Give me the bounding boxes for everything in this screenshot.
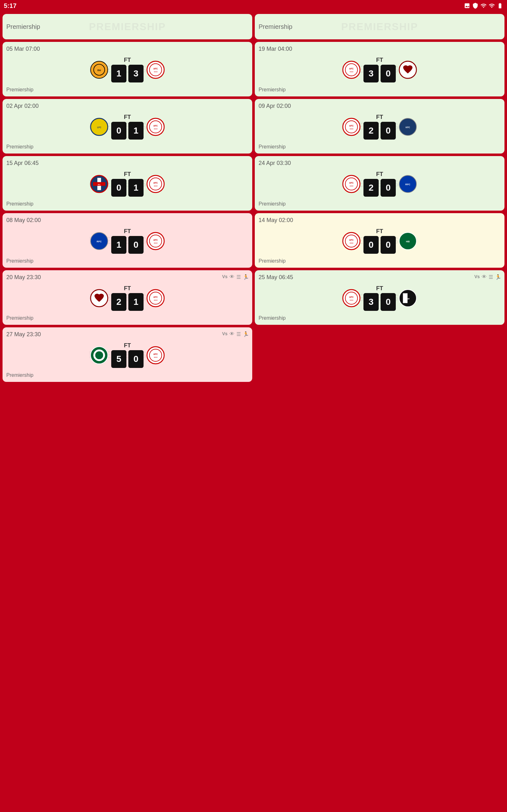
header-watermark-right: PREMIERSHIP xyxy=(341,21,418,33)
score-section: FT 1 0 xyxy=(111,228,144,254)
match-card-match7[interactable]: PREMIERSHIP 08 May 02:00 RFC FT 1 0 AFC★… xyxy=(3,213,252,268)
match-row: RFC FT 1 0 AFC★★★ xyxy=(6,225,248,256)
match-league: Premiership xyxy=(6,144,248,150)
match-card-match2[interactable]: PREMIERSHIP 19 Mar 04:00 AFC★★★ FT 3 0 P… xyxy=(255,42,504,96)
away-team-logo: HIB xyxy=(398,232,417,251)
list-icon[interactable]: ☰ xyxy=(236,274,241,280)
run-icon[interactable]: 🏃 xyxy=(243,274,249,280)
header-left: PREMIERSHIP Premiership xyxy=(3,14,252,39)
match-league: Premiership xyxy=(6,87,248,93)
ft-label: FT xyxy=(124,342,131,349)
match-card-match10[interactable]: PREMIERSHIP 25 May 06:45 Vs 👁 ☰ 🏃 AFC★★★… xyxy=(255,270,504,325)
svg-text:AFC: AFC xyxy=(349,67,354,70)
match-row: AFC★★★ FT 3 0 xyxy=(259,54,501,85)
svg-text:HIB: HIB xyxy=(406,241,410,243)
match-actions-match10[interactable]: Vs 👁 ☰ 🏃 xyxy=(474,274,501,280)
vs-label[interactable]: Vs xyxy=(222,331,228,337)
home-team-logo: AFC★★★ xyxy=(342,117,361,136)
away-team-logo: AFC★★★ xyxy=(146,174,165,194)
home-score: 2 xyxy=(363,122,379,140)
match-card-match3[interactable]: PREMIERSHIP 02 Apr 02:00 LFC FT 0 1 AFC★… xyxy=(3,99,252,154)
home-team-logo: DU xyxy=(90,60,109,79)
eye-icon[interactable]: 👁 xyxy=(229,274,234,280)
svg-point-67 xyxy=(94,354,95,356)
header-left-label: Premiership xyxy=(6,23,40,31)
match-row: AFC★★★ FT 3 0 SMF xyxy=(259,283,501,313)
match-league: Premiership xyxy=(259,87,501,93)
match-card-match11[interactable]: PREMIERSHIP 27 May 23:30 Vs 👁 ☰ 🏃 FT 5 0… xyxy=(3,327,252,382)
home-team-logo: RFC xyxy=(90,232,109,251)
svg-point-64 xyxy=(97,353,101,357)
match-date: 05 Mar 07:00 xyxy=(6,46,248,52)
scores: 1 3 xyxy=(111,65,144,83)
list-icon[interactable]: ☰ xyxy=(489,274,493,280)
match-actions-match9[interactable]: Vs 👁 ☰ 🏃 xyxy=(222,274,249,280)
scores: 0 1 xyxy=(111,122,144,140)
match-card-match6[interactable]: PREMIERSHIP 24 Apr 03:30 AFC★★★ FT 2 0 R… xyxy=(255,156,504,211)
header-right-label: Premiership xyxy=(259,23,292,31)
svg-text:AFC: AFC xyxy=(153,353,158,355)
match-league: Premiership xyxy=(6,201,248,207)
match-row: AFC★★★ FT 2 0 KFC xyxy=(259,111,501,142)
header-right: PREMIERSHIP Premiership xyxy=(255,14,504,39)
ft-label: FT xyxy=(376,285,383,292)
away-score: 0 xyxy=(128,350,144,368)
home-team-logo: AFC★★★ xyxy=(342,232,361,251)
eye-icon[interactable]: 👁 xyxy=(229,331,234,337)
match-card-match9[interactable]: PREMIERSHIP 20 May 23:30 Vs 👁 ☰ 🏃 FT 2 1… xyxy=(3,270,252,325)
ft-label: FT xyxy=(124,285,131,292)
svg-text:AFC: AFC xyxy=(349,296,354,298)
svg-text:RFC: RFC xyxy=(97,240,102,243)
scores: 1 0 xyxy=(111,236,144,254)
match-row: RC FT 0 1 AFC★★★ xyxy=(6,168,248,199)
score-section: FT 5 0 xyxy=(111,342,144,368)
scores: 3 0 xyxy=(363,65,396,83)
svg-text:★★★: ★★★ xyxy=(349,71,354,72)
vs-label[interactable]: Vs xyxy=(222,274,228,280)
svg-text:★★★: ★★★ xyxy=(349,185,354,187)
match-actions-match11[interactable]: Vs 👁 ☰ 🏃 xyxy=(222,331,249,337)
scores: 0 1 xyxy=(111,179,144,197)
eye-icon[interactable]: 👁 xyxy=(482,274,487,280)
list-icon[interactable]: ☰ xyxy=(236,331,241,337)
vs-label[interactable]: Vs xyxy=(474,274,480,280)
match-row: AFC★★★ FT 0 0 HIB xyxy=(259,225,501,256)
scores: 3 0 xyxy=(363,293,396,311)
match-row: AFC★★★ FT 2 0 RFC xyxy=(259,168,501,199)
match-card-match1[interactable]: PREMIERSHIP 05 Mar 07:00 DU FT 1 3 AFC★★… xyxy=(3,42,252,96)
svg-text:AFC: AFC xyxy=(349,125,354,127)
score-section: FT 2 1 xyxy=(111,285,144,311)
run-icon[interactable]: 🏃 xyxy=(243,331,249,337)
home-score: 0 xyxy=(363,236,379,254)
wifi-icon xyxy=(481,3,487,9)
signal-icon xyxy=(489,3,495,9)
away-team-logo: AFC★★★ xyxy=(146,117,165,136)
svg-text:★★★: ★★★ xyxy=(349,299,354,301)
away-score: 1 xyxy=(128,122,144,140)
match-card-match4[interactable]: PREMIERSHIP 09 Apr 02:00 AFC★★★ FT 2 0 K… xyxy=(255,99,504,154)
home-score: 3 xyxy=(363,293,379,311)
svg-point-66 xyxy=(98,359,100,361)
away-team-logo: SMF xyxy=(398,289,417,308)
svg-text:AFC: AFC xyxy=(153,239,158,241)
home-score: 3 xyxy=(363,65,379,83)
home-team-logo: RC xyxy=(90,174,109,194)
home-team-logo: LFC xyxy=(90,117,109,136)
svg-text:SMF: SMF xyxy=(406,298,410,299)
scores: 2 0 xyxy=(363,122,396,140)
away-team-logo xyxy=(398,60,417,79)
home-team-logo xyxy=(90,289,109,308)
match-date: 09 Apr 02:00 xyxy=(259,103,501,109)
match-row: DU FT 1 3 AFC★★★ xyxy=(6,54,248,85)
ft-label: FT xyxy=(124,171,131,177)
svg-text:AFC: AFC xyxy=(153,67,158,70)
match-card-match8[interactable]: PREMIERSHIP 14 May 02:00 AFC★★★ FT 0 0 H… xyxy=(255,213,504,268)
away-score: 0 xyxy=(381,122,396,140)
photo-icon xyxy=(464,3,470,9)
away-team-logo: AFC★★★ xyxy=(146,232,165,251)
match-card-match5[interactable]: PREMIERSHIP 15 Apr 06:45 RC FT 0 1 AFC★★… xyxy=(3,156,252,211)
away-score: 3 xyxy=(128,65,144,83)
run-icon[interactable]: 🏃 xyxy=(495,274,501,280)
score-section: FT 0 1 xyxy=(111,114,144,140)
scores: 2 1 xyxy=(111,293,144,311)
